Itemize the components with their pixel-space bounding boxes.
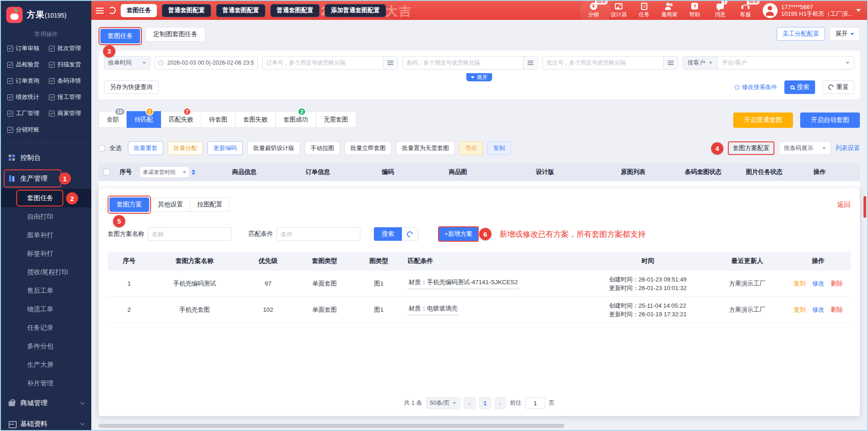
header-checkbox[interactable] (104, 169, 110, 175)
batch-assign-button[interactable]: 批量分配 (168, 141, 203, 155)
date-range-input[interactable] (164, 60, 257, 66)
topbar-tab-active[interactable]: 套图任务 (121, 4, 157, 17)
by-customer-select[interactable]: 按客户 (683, 56, 717, 69)
manual-pull-image-button[interactable]: 手动拉图 (305, 141, 340, 155)
edit-plan-link[interactable]: 修改 (812, 280, 825, 288)
quick-link-order-query[interactable]: 订单查询 (5, 73, 46, 89)
status-tab-match-failed[interactable]: 匹配失败 7 (161, 111, 202, 128)
quick-link-batch-manage[interactable]: 批次管理 (46, 40, 88, 56)
copy-plan-link[interactable]: 复制 (794, 306, 806, 314)
quick-link-distribution-reconcile[interactable]: 分销对账 (5, 122, 46, 138)
sidebar-subitem-production-screen[interactable]: 生产大屏 (1, 356, 91, 374)
topbar-tab[interactable]: 普通套图配置 (270, 4, 320, 17)
save-quick-query-button[interactable]: 另存为快捷查询 (104, 80, 159, 94)
quick-link-barcode-detail[interactable]: 条码详情 (46, 73, 88, 89)
horizontal-scrollbar-thumb[interactable] (99, 424, 564, 428)
delete-plan-link[interactable]: 删除 (831, 280, 843, 288)
goto-page-input[interactable] (525, 397, 545, 409)
vertical-scrollbar-thumb[interactable] (863, 196, 866, 218)
tab-taotu-task[interactable]: 套图任务 (100, 29, 140, 43)
app-logo[interactable]: 方果(10195) (1, 1, 91, 27)
plan-refresh-button[interactable] (402, 227, 418, 241)
sidebar-subitem-free-print[interactable]: 自由打印 (1, 207, 91, 226)
distribution-action[interactable]: NEW ¥ 分销 (585, 2, 602, 19)
reset-button[interactable]: 重置 (822, 80, 854, 94)
select-all-checkbox[interactable] (99, 145, 105, 151)
sidebar-item-mall[interactable]: 商城管理 (1, 393, 91, 413)
sidebar-subitem-label-reprint[interactable]: 标签补打 (1, 244, 91, 263)
help-action[interactable]: ? 帮助 (687, 2, 703, 19)
batch-set-no-taotu-button[interactable]: 批量置为无需套图 (396, 141, 455, 155)
expand-button[interactable]: 展开 (830, 27, 860, 41)
add-plan-button[interactable]: +新增方案 (439, 227, 478, 241)
quick-link-qc-inspect[interactable]: 品检验货 (5, 56, 46, 73)
message-action[interactable]: 1 消息 (712, 2, 728, 19)
order-no-input[interactable] (263, 60, 383, 66)
sidebar-subitem-taotu-task[interactable]: 套图任务 2 (1, 189, 91, 207)
artist-assign-config-button[interactable]: 美工分配配置 (777, 27, 825, 41)
sidebar-subitem-waybill-reprint[interactable]: 面单补打 (1, 226, 91, 244)
time-type-select[interactable]: 推单时间 (104, 56, 150, 70)
open-auto-taotu-button[interactable]: 开启自动套图 (800, 112, 860, 128)
refresh-icon[interactable] (108, 7, 116, 14)
topbar-tab[interactable]: 普通套图配置 (162, 4, 211, 17)
page-size-select[interactable]: 50条/页 (426, 397, 460, 409)
sidebar-subitem-aftersale-ticket[interactable]: 售后工单 (1, 281, 91, 300)
next-page-button[interactable]: › (495, 397, 506, 409)
copy-plan-link[interactable]: 复制 (794, 280, 806, 288)
search-button[interactable]: 搜索 (784, 80, 815, 94)
batch-crop-design-button[interactable]: 批量裁切设计版 (247, 141, 300, 155)
order-no-batch-icon[interactable] (383, 56, 397, 69)
invite-merchant-action[interactable]: 邀商家 (661, 2, 678, 19)
batch-taotu-now-button[interactable]: 批量立即套图 (344, 141, 392, 155)
topbar-tab[interactable]: 添加普通套图配置 (325, 4, 386, 17)
topbar-tab[interactable]: 普通套图配置 (216, 4, 265, 17)
sort-arrows[interactable] (192, 169, 195, 175)
sidebar-subitem-logistics-ticket[interactable]: 物流工单 (1, 300, 91, 319)
account-menu[interactable]: 177****5667 10195 H1手机壳（工厂演... (763, 3, 863, 18)
sidebar-subitem-task-record[interactable]: 任务记录 (1, 319, 91, 337)
quick-link-performance-stats[interactable]: 绩效统计 (5, 89, 46, 105)
support-action[interactable]: NEW 客服 (737, 2, 754, 19)
quick-link-factory-manage[interactable]: 工厂管理 (5, 105, 46, 122)
sidebar-item-console[interactable]: 控制台 (1, 147, 91, 168)
sidebar-subitem-multi-package[interactable]: 多件分包 (1, 337, 91, 356)
designer-action[interactable]: 设计器 (611, 2, 627, 19)
list-settings-link[interactable]: 列表设置 (835, 144, 860, 152)
status-tab-pending-match[interactable]: 待匹配 1 (127, 111, 161, 128)
sidebar-subitem-pickup-print[interactable]: 揽收/尾程打印 (1, 263, 91, 281)
quick-link-merchant-manage[interactable]: 商家管理 (46, 105, 88, 122)
barcode-batch-icon[interactable] (523, 56, 538, 69)
sidebar-item-base-data[interactable]: 基础资料 (1, 413, 91, 431)
status-tab-taotu-success[interactable]: 套图成功 2 (275, 111, 316, 128)
quick-link-scan-ship[interactable]: 扫描发货 (46, 56, 88, 73)
export-button[interactable]: 导出 (459, 141, 483, 155)
sidebar-item-production[interactable]: 生产管理 1 (1, 168, 91, 189)
display-mode-select[interactable]: 按条码展示 (779, 141, 831, 155)
current-page-button[interactable]: 1 (479, 397, 491, 409)
status-tab-no-taotu-needed[interactable]: 无需套图 (316, 111, 356, 128)
batch-recombine-button[interactable]: 批量重套 (128, 141, 163, 155)
prev-page-button[interactable]: ‹ (464, 397, 476, 409)
edit-plan-link[interactable]: 修改 (812, 306, 825, 314)
tab-other-settings[interactable]: 其他设置 (151, 197, 190, 212)
batch-no-input[interactable] (543, 60, 663, 66)
back-link[interactable]: 返回 (837, 201, 851, 209)
tab-custom-taotu-task[interactable]: 定制图套图任务 (146, 27, 205, 42)
date-range-picker[interactable] (155, 56, 258, 70)
copy-button[interactable]: 复制 (487, 141, 511, 155)
plan-search-button[interactable]: 搜索 (374, 227, 402, 241)
delete-plan-link[interactable]: 删除 (831, 306, 843, 314)
modify-search-conditions-link[interactable]: 修改搜索条件 (735, 83, 777, 91)
task-action[interactable]: 任务 (636, 2, 652, 19)
status-tab-pending-taotu[interactable]: 待套图 (201, 111, 236, 128)
quick-link-order-audit[interactable]: 订单审核 (5, 40, 46, 56)
promise-ship-time-select[interactable]: 承诺发货时间 (140, 166, 189, 178)
collapse-filters-badge[interactable]: 展开 (467, 73, 492, 81)
barcode-input[interactable] (403, 60, 523, 66)
update-code-button[interactable]: 更新编码 (208, 141, 243, 155)
quick-link-work-report[interactable]: 报工管理 (46, 89, 88, 105)
batch-no-batch-icon[interactable] (663, 56, 678, 69)
open-normal-taotu-button[interactable]: 开启普通套图 (733, 112, 793, 128)
collapse-menu-icon[interactable] (96, 8, 104, 9)
